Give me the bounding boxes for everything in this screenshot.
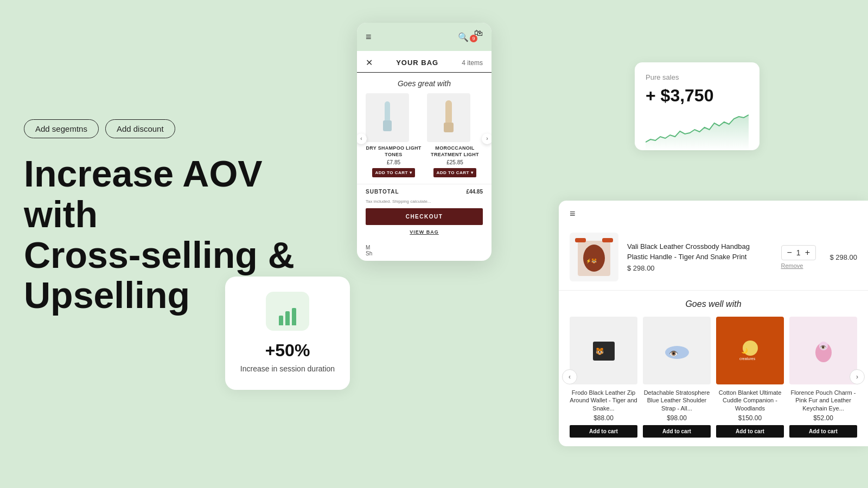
line-total: $ 298.00: [825, 253, 857, 261]
sales-card: Pure sales + $3,750: [635, 62, 760, 150]
rec-name-4: Florence Pouch Charm - Pink Fur and Leat…: [789, 389, 857, 412]
product-thumbnail: ⚡🐯: [570, 233, 618, 281]
product-price-2: £25.85: [427, 159, 483, 165]
rec-products: ‹ 🐯 Frodo Black Leather Zip Around Walle…: [570, 317, 857, 438]
svg-rect-7: [575, 238, 586, 242]
goes-well-section: Goes well with ‹ 🐯 Frodo Black Leather Z…: [559, 291, 868, 446]
svg-rect-0: [385, 101, 390, 123]
stats-label: Increase in session duration: [240, 364, 335, 375]
view-bag-link[interactable]: VIEW BAG: [357, 229, 492, 240]
rec-name-1: Frodo Black Leather Zip Around Wallet - …: [570, 389, 637, 412]
goes-well-title: Goes well with: [570, 299, 857, 309]
rec-card-1: 🐯 Frodo Black Leather Zip Around Wallet …: [570, 317, 637, 438]
svg-text:creatures: creatures: [739, 357, 756, 361]
rec-name-2: Detachable Stratosphere Blue Leather Sho…: [643, 389, 711, 412]
product-price-1: £7.85: [366, 159, 422, 165]
large-product-panel: ≡ ⚡🐯 Vali Black Leather Crossbody Handba…: [559, 201, 868, 446]
pure-sales-label: Pure sales: [646, 73, 749, 81]
bar-icon-container: [266, 292, 309, 331]
svg-rect-2: [445, 100, 452, 125]
rec-price-4: $52.00: [789, 414, 857, 422]
hamburger-icon[interactable]: ≡: [366, 31, 372, 43]
svg-text:🐯: 🐯: [596, 347, 604, 355]
rec-card-3: 🌙 creatures Cotton Blanket Ultimate Cudd…: [716, 317, 784, 438]
subtotal-row: SUBTOTAL £44.85: [357, 184, 492, 199]
bag-header: ✕ YOUR BAG 4 items: [357, 51, 492, 73]
qty-control-wrapper: − 1 + Remove: [781, 245, 816, 269]
subtotal-label: SUBTOTAL: [366, 189, 399, 195]
rec-image-3: 🌙 creatures: [716, 317, 784, 384]
checkout-button[interactable]: CHECKOUT: [366, 208, 483, 225]
rec-add-button-1[interactable]: Add to cart: [570, 425, 637, 438]
qty-control: − 1 +: [781, 245, 816, 260]
product-detail-name: Vali Black Leather Crossbody Handbag Pla…: [627, 242, 773, 261]
search-icon[interactable]: 🔍: [458, 32, 469, 42]
product-image-2: [427, 93, 470, 142]
product-detail: Vali Black Leather Crossbody Handbag Pla…: [627, 242, 773, 272]
rec-card-2: 👁️ Detachable Stratosphere Blue Leather …: [643, 317, 711, 438]
qty-minus-button[interactable]: −: [787, 248, 792, 258]
rec-card-4: 👁️ Florence Pouch Charm - Pink Fur and L…: [789, 317, 857, 438]
add-discount-button[interactable]: Add discount: [105, 119, 175, 138]
svg-text:⚡🐯: ⚡🐯: [586, 258, 597, 264]
rec-add-button-3[interactable]: Add to cart: [716, 425, 784, 438]
bar-2: [285, 311, 290, 325]
menu-icon-row: ≡: [559, 201, 868, 224]
qty-plus-button[interactable]: +: [805, 248, 810, 258]
rec-left-arrow[interactable]: ‹: [562, 369, 577, 384]
rec-price-3: $150.00: [716, 414, 784, 422]
svg-rect-3: [444, 123, 454, 132]
bar-chart-mini: [279, 304, 296, 325]
product-carousel: ‹ DRY SHAMPOO LIGHT TONES £7.85 ADD TO C…: [357, 93, 492, 184]
rec-price-2: $98.00: [643, 414, 711, 422]
bag-badge: 9: [470, 35, 477, 42]
bottom-text: M Sh: [357, 240, 492, 261]
tag-buttons: Add segemtns Add discount: [24, 119, 339, 138]
svg-text:🌙: 🌙: [741, 347, 748, 354]
svg-rect-1: [383, 120, 392, 131]
rec-add-button-2[interactable]: Add to cart: [643, 425, 711, 438]
product-detail-price: $ 298.00: [627, 264, 773, 272]
bar-1: [279, 316, 283, 325]
subtotal-value: £44.85: [466, 189, 483, 195]
add-to-cart-button-1[interactable]: ADD TO CART ▾: [372, 168, 416, 177]
sales-amount: + $3,750: [646, 86, 749, 106]
svg-rect-8: [602, 238, 613, 242]
bag-items-count: 4 items: [462, 59, 483, 67]
rec-add-button-4[interactable]: Add to cart: [789, 425, 857, 438]
remove-link[interactable]: Remove: [781, 262, 816, 269]
mobile-icons: 🔍 🛍 9: [458, 28, 483, 46]
goes-great-label: Goes great with: [357, 73, 492, 93]
tax-note: Tax included. Shipping calculate...: [357, 199, 492, 208]
svg-text:👁️: 👁️: [669, 349, 679, 358]
rec-image-4: 👁️: [789, 317, 857, 384]
product-card-2: MOROCCANOIL TREATMENT LIGHT £25.85 ADD T…: [427, 93, 483, 177]
rec-image-2: 👁️: [643, 317, 711, 384]
product-image-1: [366, 93, 409, 142]
add-segments-button[interactable]: Add segemtns: [24, 119, 99, 138]
product-card-1: DRY SHAMPOO LIGHT TONES £7.85 ADD TO CAR…: [366, 93, 422, 177]
rec-name-3: Cotton Blanket Ultimate Cuddle Companion…: [716, 389, 784, 412]
stats-percent: +50%: [265, 341, 310, 361]
svg-text:👁️: 👁️: [820, 344, 827, 351]
menu-hamburger-icon[interactable]: ≡: [570, 208, 576, 219]
close-button[interactable]: ✕: [366, 57, 373, 68]
qty-value: 1: [796, 248, 801, 257]
mobile-bag-panel: ≡ 🔍 🛍 9 ✕ YOUR BAG 4 items Goes great wi…: [357, 23, 492, 261]
rec-image-1: 🐯: [570, 317, 637, 384]
stats-card: +50% Increase in session duration: [225, 277, 350, 390]
svg-point-5: [583, 245, 605, 272]
product-name-2: MOROCCANOIL TREATMENT LIGHT: [427, 145, 483, 158]
rec-right-arrow[interactable]: ›: [850, 369, 865, 384]
add-to-cart-button-2[interactable]: ADD TO CART ▾: [433, 168, 477, 177]
mobile-header: ≡ 🔍 🛍 9: [357, 23, 492, 51]
sales-chart: [646, 112, 749, 150]
rec-price-1: $88.00: [570, 414, 637, 422]
cart-item-row: ⚡🐯 Vali Black Leather Crossbody Handbag …: [559, 224, 868, 291]
bar-3: [292, 308, 296, 325]
carousel-right-arrow[interactable]: ›: [482, 133, 492, 144]
product-name-1: DRY SHAMPOO LIGHT TONES: [366, 145, 422, 158]
bag-title: YOUR BAG: [396, 59, 438, 67]
products-row: DRY SHAMPOO LIGHT TONES £7.85 ADD TO CAR…: [366, 93, 483, 177]
